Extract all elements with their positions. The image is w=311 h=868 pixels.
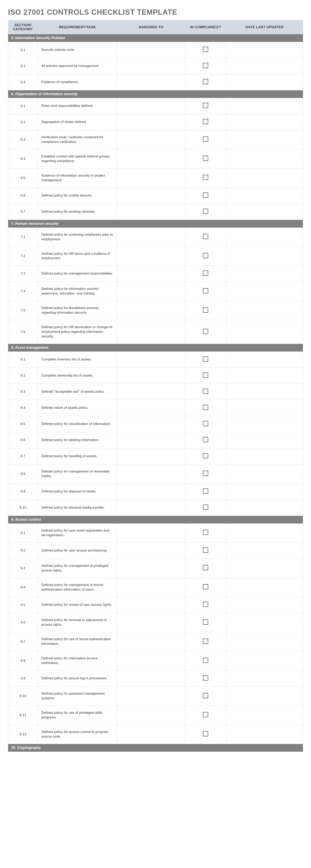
compliance-checkbox[interactable] xyxy=(203,192,208,198)
assigned-to[interactable] xyxy=(117,320,185,344)
compliance-checkbox[interactable] xyxy=(203,79,208,84)
assigned-to[interactable] xyxy=(117,687,185,706)
compliance-checkbox[interactable] xyxy=(203,693,208,698)
compliance-checkbox[interactable] xyxy=(203,421,208,426)
assigned-to[interactable] xyxy=(117,464,185,484)
compliance-checkbox[interactable] xyxy=(203,639,208,644)
date-last-updated[interactable] xyxy=(226,383,303,400)
compliance-checkbox[interactable] xyxy=(203,136,208,142)
date-last-updated[interactable] xyxy=(226,400,303,416)
compliance-checkbox[interactable] xyxy=(203,175,208,180)
date-last-updated[interactable] xyxy=(226,597,303,613)
date-last-updated[interactable] xyxy=(226,247,303,266)
compliance-checkbox[interactable] xyxy=(203,530,208,535)
date-last-updated[interactable] xyxy=(226,559,303,578)
date-last-updated[interactable] xyxy=(226,301,303,320)
assigned-to[interactable] xyxy=(117,523,185,542)
assigned-to[interactable] xyxy=(117,484,185,499)
date-last-updated[interactable] xyxy=(226,282,303,301)
compliance-checkbox[interactable] xyxy=(203,271,208,276)
assigned-to[interactable] xyxy=(117,168,185,187)
compliance-checkbox[interactable] xyxy=(203,209,208,214)
compliance-checkbox[interactable] xyxy=(203,329,208,334)
date-last-updated[interactable] xyxy=(226,74,303,90)
compliance-checkbox[interactable] xyxy=(203,103,208,108)
date-last-updated[interactable] xyxy=(226,416,303,432)
date-last-updated[interactable] xyxy=(226,578,303,597)
assigned-to[interactable] xyxy=(117,368,185,383)
date-last-updated[interactable] xyxy=(226,187,303,204)
date-last-updated[interactable] xyxy=(226,706,303,725)
date-last-updated[interactable] xyxy=(226,687,303,706)
compliance-checkbox[interactable] xyxy=(203,437,208,442)
date-last-updated[interactable] xyxy=(226,227,303,247)
date-last-updated[interactable] xyxy=(226,368,303,383)
compliance-checkbox[interactable] xyxy=(203,489,208,494)
date-last-updated[interactable] xyxy=(226,58,303,74)
assigned-to[interactable] xyxy=(117,98,185,114)
compliance-checkbox[interactable] xyxy=(203,307,208,313)
assigned-to[interactable] xyxy=(117,725,185,744)
date-last-updated[interactable] xyxy=(226,204,303,220)
assigned-to[interactable] xyxy=(117,130,185,149)
date-last-updated[interactable] xyxy=(226,632,303,651)
assigned-to[interactable] xyxy=(117,266,185,282)
assigned-to[interactable] xyxy=(117,58,185,74)
date-last-updated[interactable] xyxy=(226,725,303,744)
date-last-updated[interactable] xyxy=(226,266,303,282)
assigned-to[interactable] xyxy=(117,247,185,266)
date-last-updated[interactable] xyxy=(226,114,303,130)
assigned-to[interactable] xyxy=(117,597,185,613)
date-last-updated[interactable] xyxy=(226,448,303,464)
assigned-to[interactable] xyxy=(117,432,185,448)
assigned-to[interactable] xyxy=(117,383,185,400)
assigned-to[interactable] xyxy=(117,42,185,58)
assigned-to[interactable] xyxy=(117,282,185,301)
date-last-updated[interactable] xyxy=(226,671,303,687)
assigned-to[interactable] xyxy=(117,559,185,578)
date-last-updated[interactable] xyxy=(226,499,303,516)
date-last-updated[interactable] xyxy=(226,651,303,671)
compliance-checkbox[interactable] xyxy=(203,405,208,410)
assigned-to[interactable] xyxy=(117,187,185,204)
assigned-to[interactable] xyxy=(117,301,185,320)
assigned-to[interactable] xyxy=(117,499,185,516)
date-last-updated[interactable] xyxy=(226,464,303,484)
assigned-to[interactable] xyxy=(117,351,185,368)
compliance-checkbox[interactable] xyxy=(203,356,208,362)
date-last-updated[interactable] xyxy=(226,523,303,542)
compliance-checkbox[interactable] xyxy=(203,565,208,570)
date-last-updated[interactable] xyxy=(226,168,303,187)
compliance-checkbox[interactable] xyxy=(203,504,208,510)
date-last-updated[interactable] xyxy=(226,130,303,149)
date-last-updated[interactable] xyxy=(226,351,303,368)
date-last-updated[interactable] xyxy=(226,149,303,168)
assigned-to[interactable] xyxy=(117,706,185,725)
compliance-checkbox[interactable] xyxy=(203,471,208,476)
date-last-updated[interactable] xyxy=(226,542,303,559)
compliance-checkbox[interactable] xyxy=(203,234,208,239)
assigned-to[interactable] xyxy=(117,578,185,597)
compliance-checkbox[interactable] xyxy=(203,584,208,589)
compliance-checkbox[interactable] xyxy=(203,156,208,161)
assigned-to[interactable] xyxy=(117,651,185,671)
assigned-to[interactable] xyxy=(117,671,185,687)
compliance-checkbox[interactable] xyxy=(203,119,208,124)
assigned-to[interactable] xyxy=(117,632,185,651)
compliance-checkbox[interactable] xyxy=(203,63,208,68)
assigned-to[interactable] xyxy=(117,416,185,432)
assigned-to[interactable] xyxy=(117,204,185,220)
compliance-checkbox[interactable] xyxy=(203,373,208,378)
date-last-updated[interactable] xyxy=(226,98,303,114)
compliance-checkbox[interactable] xyxy=(203,602,208,607)
date-last-updated[interactable] xyxy=(226,320,303,344)
date-last-updated[interactable] xyxy=(226,42,303,58)
compliance-checkbox[interactable] xyxy=(203,548,208,553)
assigned-to[interactable] xyxy=(117,114,185,130)
date-last-updated[interactable] xyxy=(226,613,303,632)
compliance-checkbox[interactable] xyxy=(203,712,208,717)
compliance-checkbox[interactable] xyxy=(203,288,208,293)
compliance-checkbox[interactable] xyxy=(203,658,208,663)
assigned-to[interactable] xyxy=(117,74,185,90)
compliance-checkbox[interactable] xyxy=(203,675,208,681)
